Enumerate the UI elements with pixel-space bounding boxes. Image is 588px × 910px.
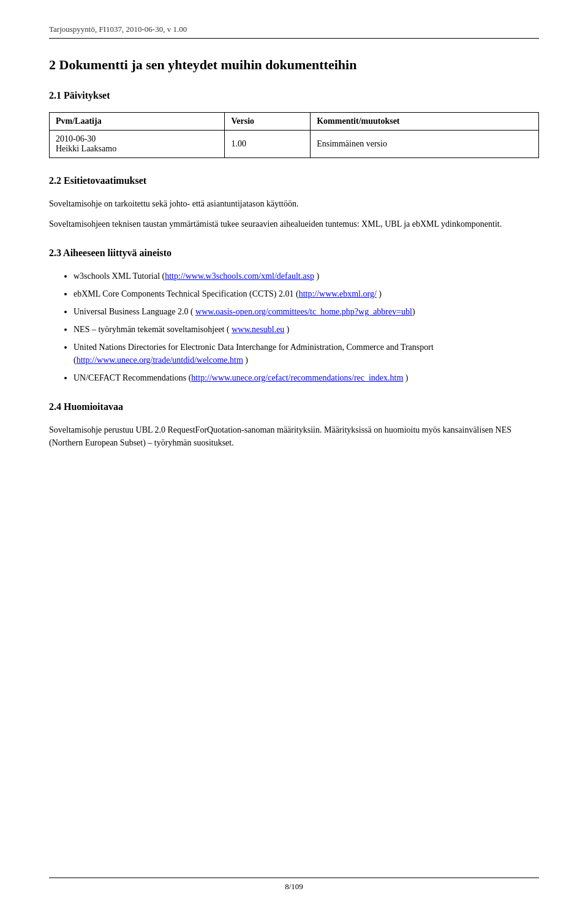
page: Tarjouspyyntö, FI1037, 2010-06-30, v 1.0… xyxy=(0,0,588,515)
section2-4-title: 2.4 Huomioitavaa xyxy=(49,401,539,412)
col-kommentit: Kommentit/muutokset xyxy=(311,113,539,131)
list-item-text-after: ) xyxy=(412,307,415,316)
cell-kommentit: Ensimmäinen versio xyxy=(311,131,539,158)
page-number: 8/109 xyxy=(285,882,303,891)
cell-versio: 1.00 xyxy=(225,131,311,158)
link-w3schools[interactable]: http://www.w3schools.com/xml/default.asp xyxy=(165,271,314,281)
list-item: ebXML Core Components Technical Specific… xyxy=(74,287,539,300)
list-item: w3schools XML Tutorial (http://www.w3sch… xyxy=(74,270,539,282)
section2-2-title: 2.2 Esitietovaatimukset xyxy=(49,175,539,186)
link-unece-cefact[interactable]: http://www.unece.org/cefact/recommendati… xyxy=(191,373,403,382)
header-text: Tarjouspyyntö, FI1037, 2010-06-30, v 1.0… xyxy=(49,25,187,34)
list-item-text-after: ) xyxy=(377,289,382,298)
list-item-text-before: NES – työryhmän tekemät soveltamisohjeet… xyxy=(74,325,232,334)
header: Tarjouspyyntö, FI1037, 2010-06-30, v 1.0… xyxy=(49,25,539,39)
list-item: Universal Business Language 2.0 ( www.oa… xyxy=(74,305,539,318)
section-2-2: 2.2 Esitietovaatimukset Soveltamisohje o… xyxy=(49,175,539,230)
list-item-text-after: ) xyxy=(284,325,289,334)
section-2-4: 2.4 Huomioitavaa Soveltamisohje perustuu… xyxy=(49,401,539,449)
cell-pvm-laatija: 2010-06-30Heikki Laaksamo xyxy=(50,131,225,158)
list-item: United Nations Directories for Electroni… xyxy=(74,341,539,366)
link-unece-trade[interactable]: http://www.unece.org/trade/untdid/welcom… xyxy=(77,355,243,365)
link-nesubl[interactable]: www.nesubl.eu xyxy=(232,325,284,334)
list-item: UN/CEFACT Recommendations (http://www.un… xyxy=(74,371,539,384)
section2-1-title: 2.1 Päivitykset xyxy=(49,90,539,101)
section2-3-title: 2.3 Aiheeseen liittyvä aineisto xyxy=(49,248,539,259)
table-row: 2010-06-30Heikki Laaksamo 1.00 Ensimmäin… xyxy=(50,131,539,158)
list-item-text-after: ) xyxy=(243,355,248,365)
col-versio: Versio xyxy=(225,113,311,131)
section2-4-para1: Soveltamisohje perustuu UBL 2.0 RequestF… xyxy=(49,423,539,449)
section2-2-para1: Soveltamisohje on tarkoitettu sekä johto… xyxy=(49,197,539,210)
col-pvm: Pvm/Laatija xyxy=(50,113,225,131)
section-2-3: 2.3 Aiheeseen liittyvä aineisto w3school… xyxy=(49,248,539,384)
list-item-text-before: w3schools XML Tutorial ( xyxy=(74,271,165,281)
section2-2-para2: Soveltamisohjeen teknisen taustan ymmärt… xyxy=(49,218,539,230)
section2-title: 2 Dokumentti ja sen yhteydet muihin doku… xyxy=(49,57,539,73)
list-item-text-before: ebXML Core Components Technical Specific… xyxy=(74,289,299,298)
list-item-text-before: Universal Business Language 2.0 ( xyxy=(74,307,195,316)
footer: 8/109 xyxy=(49,878,539,892)
list-item-text-before: UN/CEFACT Recommendations ( xyxy=(74,373,191,382)
list-item-text-after: ) xyxy=(314,271,319,281)
link-ubl[interactable]: www.oasis-open.org/committees/tc_home.ph… xyxy=(195,307,412,316)
table-header-row: Pvm/Laatija Versio Kommentit/muutokset xyxy=(50,113,539,131)
updates-table: Pvm/Laatija Versio Kommentit/muutokset 2… xyxy=(49,112,539,158)
reference-list: w3schools XML Tutorial (http://www.w3sch… xyxy=(74,270,539,384)
list-item: NES – työryhmän tekemät soveltamisohjeet… xyxy=(74,323,539,336)
section-2-1: 2.1 Päivitykset Pvm/Laatija Versio Komme… xyxy=(49,90,539,158)
list-item-text-after: ) xyxy=(403,373,408,382)
link-ebxml[interactable]: http://www.ebxml.org/ xyxy=(299,289,377,298)
